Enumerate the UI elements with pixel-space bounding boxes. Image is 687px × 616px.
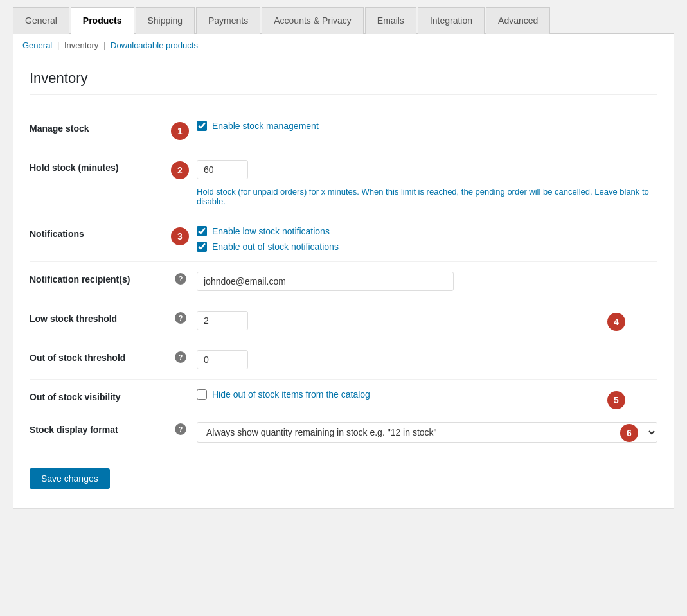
badge-4: 4 — [607, 313, 625, 331]
badge-out-stock: ? — [171, 350, 197, 363]
badge-2-wrapper: 2 — [171, 160, 197, 179]
low-stock-notif-label[interactable]: Enable low stock notifications — [197, 226, 657, 236]
badge-3-wrapper: 3 — [171, 226, 197, 245]
badge-stock-format-wrapper: ? — [171, 422, 197, 435]
badge-1-wrapper: 1 — [171, 121, 197, 140]
row-low-stock-threshold: Low stock threshold ? 4 — [30, 301, 657, 340]
subnav-sep2: | — [103, 40, 105, 50]
out-of-stock-threshold-input[interactable] — [197, 350, 248, 369]
row-stock-display-format: Stock display format ? Always show quant… — [30, 412, 657, 452]
label-low-stock-threshold: Low stock threshold — [30, 311, 171, 324]
badge-low-stock: ? — [171, 311, 197, 324]
content-notifications: Enable low stock notifications Enable ou… — [197, 226, 657, 252]
row-notification-recipient: Notification recipient(s) ? — [30, 262, 657, 301]
subnav-downloadable[interactable]: Downloadable products — [111, 40, 198, 50]
label-manage-stock: Manage stock — [30, 121, 171, 134]
badge-3: 3 — [171, 227, 189, 245]
tab-payments[interactable]: Payments — [196, 7, 260, 34]
tab-shipping[interactable]: Shipping — [136, 7, 195, 34]
content-out-of-stock-threshold — [197, 350, 657, 369]
label-hold-stock: Hold stock (minutes) — [30, 160, 171, 173]
tooltip-low-stock[interactable]: ? — [175, 312, 186, 324]
badge-1: 1 — [171, 122, 189, 140]
main-content: Inventory Manage stock 1 Enable stock ma… — [13, 57, 674, 509]
content-stock-display-format: Always show quantity remaining in stock … — [197, 422, 657, 443]
row-out-of-stock-visibility: Out of stock visibility Hide out of stoc… — [30, 380, 657, 412]
row-out-of-stock-threshold: Out of stock threshold ? — [30, 340, 657, 380]
label-notification-recipient: Notification recipient(s) — [30, 272, 171, 285]
label-notifications: Notifications — [30, 226, 171, 239]
content-notification-recipient — [197, 272, 657, 291]
manage-stock-checkbox-label[interactable]: Enable stock management — [197, 121, 657, 131]
tab-general[interactable]: General — [13, 7, 69, 34]
save-changes-button[interactable]: Save changes — [30, 468, 110, 489]
content-out-of-stock-visibility: Hide out of stock items from the catalog — [197, 389, 657, 400]
tooltip-notification-recipient[interactable]: ? — [175, 273, 186, 285]
row-manage-stock: Manage stock 1 Enable stock management — [30, 111, 657, 150]
tab-emails[interactable]: Emails — [365, 7, 416, 34]
tooltip-out-stock[interactable]: ? — [175, 351, 186, 363]
label-stock-display-format: Stock display format — [30, 422, 171, 435]
subnav: General | Inventory | Downloadable produ… — [13, 34, 674, 57]
section-title: Inventory — [30, 70, 657, 95]
subnav-sep1: | — [57, 40, 59, 50]
main-tabs: General Products Shipping Payments Accou… — [13, 6, 674, 34]
manage-stock-checkbox-text: Enable stock management — [212, 121, 319, 131]
low-stock-notif-text: Enable low stock notifications — [212, 226, 330, 236]
tab-accounts-privacy[interactable]: Accounts & Privacy — [262, 7, 364, 34]
tab-integration[interactable]: Integration — [418, 7, 485, 34]
settings-table: Manage stock 1 Enable stock management H… — [30, 111, 657, 452]
content-low-stock-threshold — [197, 311, 657, 330]
out-of-stock-notif-checkbox[interactable] — [197, 242, 207, 252]
out-of-stock-visibility-checkbox[interactable] — [197, 389, 207, 400]
out-of-stock-notif-label[interactable]: Enable out of stock notifications — [197, 242, 657, 252]
subnav-general[interactable]: General — [22, 40, 52, 50]
hold-stock-help: Hold stock (for unpaid orders) for x min… — [197, 187, 657, 206]
low-stock-notif-checkbox[interactable] — [197, 226, 207, 236]
tab-products[interactable]: Products — [71, 7, 134, 34]
content-manage-stock: Enable stock management — [197, 121, 657, 131]
subnav-current: Inventory — [64, 40, 98, 50]
content-hold-stock: Hold stock (for unpaid orders) for x min… — [197, 160, 657, 206]
badge-5: 5 — [607, 391, 625, 409]
badge-visibility-wrapper — [171, 389, 197, 391]
row-hold-stock: Hold stock (minutes) 2 Hold stock (for u… — [30, 150, 657, 216]
low-stock-threshold-input[interactable] — [197, 311, 248, 330]
label-out-of-stock-visibility: Out of stock visibility — [30, 389, 171, 402]
tooltip-stock-format[interactable]: ? — [175, 423, 186, 435]
out-of-stock-visibility-label[interactable]: Hide out of stock items from the catalog — [197, 389, 657, 400]
notification-recipient-input[interactable] — [197, 272, 454, 291]
label-out-of-stock-threshold: Out of stock threshold — [30, 350, 171, 363]
manage-stock-checkbox[interactable] — [197, 121, 207, 131]
badge-notif-recipient: ? — [171, 272, 197, 285]
out-of-stock-visibility-text: Hide out of stock items from the catalog — [212, 389, 370, 400]
badge-2: 2 — [171, 161, 189, 179]
out-of-stock-notif-text: Enable out of stock notifications — [212, 242, 339, 252]
hold-stock-input[interactable] — [197, 160, 248, 179]
tab-advanced[interactable]: Advanced — [486, 7, 550, 34]
badge-6: 6 — [620, 424, 638, 442]
stock-display-format-select[interactable]: Always show quantity remaining in stock … — [197, 422, 657, 443]
row-notifications: Notifications 3 Enable low stock notific… — [30, 216, 657, 262]
